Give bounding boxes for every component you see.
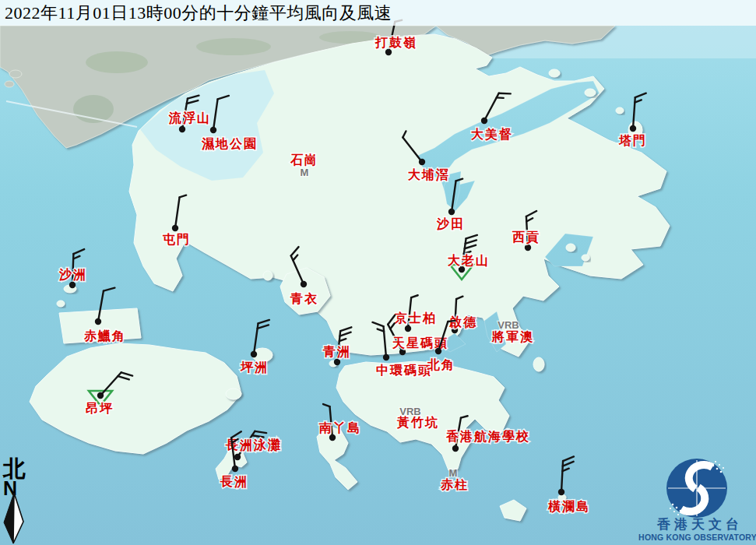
station-dot: [558, 489, 564, 495]
station-label: 昂坪: [86, 402, 114, 415]
ma-wan-island: [263, 271, 273, 280]
station-flag-m: M: [449, 467, 458, 479]
station-flag-vrb: VRB: [399, 406, 420, 417]
station-label: 青洲: [322, 345, 351, 358]
station-label: 橫瀾島: [547, 500, 590, 513]
station-dot: [405, 325, 411, 332]
station-dot: [459, 266, 465, 272]
station-label: 西貢: [512, 230, 540, 244]
station-dot: [69, 282, 76, 288]
station-label: 北角: [427, 358, 455, 371]
station-label: 長洲: [220, 475, 248, 488]
station-dot: [419, 159, 425, 165]
station-dot: [399, 349, 406, 355]
station-dot: [301, 281, 307, 287]
station-dot: [234, 454, 241, 460]
page-title: 2022年11月01日13時00分的十分鐘平均風向及風速: [5, 2, 392, 25]
hko-logo-name-cn: 香港天文台: [656, 517, 743, 532]
station-label: 沙洲: [58, 268, 87, 281]
station-label: 流浮山: [168, 111, 211, 125]
station-label: 沙田: [436, 217, 465, 230]
station-label: 香港航海學校: [445, 429, 530, 443]
wind-barb: [448, 321, 455, 322]
station-dot: [95, 318, 101, 325]
station-label: 濕地公園: [201, 137, 258, 151]
station-label: 大埔滘: [408, 167, 450, 181]
station-label: 京士柏: [394, 311, 437, 325]
station-dot: [385, 49, 392, 55]
station-dot: [452, 445, 459, 452]
station-dot: [334, 359, 340, 365]
hk-wind-map: 打鼓嶺流浮山濕地公園石崗M大埔滘大美督塔門屯門沙洲赤鱲角青衣坪洲沙田西貢大老山京…: [0, 0, 756, 545]
station-dot: [630, 125, 636, 132]
station-dot: [383, 354, 389, 360]
station-dot: [97, 392, 104, 399]
station-label: 南丫島: [318, 421, 361, 434]
station-flag-m: M: [301, 167, 309, 178]
station-label: 屯門: [162, 233, 191, 246]
tung-lung-island: [533, 357, 544, 371]
station-dot: [329, 434, 336, 441]
station-dot: [435, 348, 441, 354]
station-dot: [481, 118, 487, 124]
wind-barb: [499, 93, 511, 94]
station-label: 黃竹坑: [396, 416, 439, 429]
station-flag-vrb: VRB: [498, 319, 519, 331]
hei-ling-chau-island: [226, 389, 241, 399]
station-label: 中環碼頭: [376, 364, 432, 378]
station-dot: [525, 244, 531, 251]
station-dot: [172, 225, 178, 231]
station-label: 赤鱲角: [83, 329, 126, 343]
station-dot: [210, 127, 216, 133]
station-dot: [232, 466, 238, 472]
station-label: 青衣: [290, 292, 318, 305]
station-label: 大老山: [448, 254, 490, 267]
station-label: 石崗: [290, 153, 318, 167]
station-label: 塔門: [618, 134, 647, 147]
station-label: 坪洲: [240, 360, 269, 374]
hk-wind-map-page: 打鼓嶺流浮山濕地公園石崗M大埔滘大美督塔門屯門沙洲赤鱲角青衣坪洲沙田西貢大老山京…: [0, 0, 756, 545]
station-label: 打鼓嶺: [374, 36, 417, 49]
station-dot: [251, 351, 257, 357]
station-label: 啟德: [448, 315, 477, 329]
station-label: 赤柱: [440, 478, 469, 491]
hko-logo-name-en: HONG KONG OBSERVATORY: [638, 533, 756, 542]
station-label: 將軍澳: [491, 330, 534, 343]
station-dot: [448, 209, 455, 215]
station-label: 大美督: [471, 127, 513, 141]
station-dot: [179, 126, 185, 132]
